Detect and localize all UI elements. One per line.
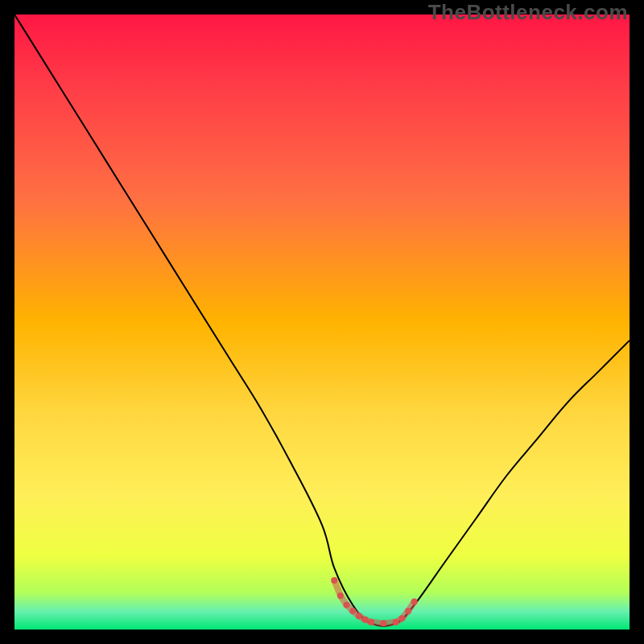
svg-point-8 xyxy=(393,619,399,625)
svg-point-0 xyxy=(331,577,337,584)
chart-svg xyxy=(14,14,630,630)
watermark-text: TheBottleneck.com xyxy=(428,0,628,25)
svg-point-9 xyxy=(398,615,405,621)
svg-point-4 xyxy=(356,613,362,619)
svg-point-2 xyxy=(344,601,350,608)
svg-point-1 xyxy=(337,592,344,599)
gradient-background xyxy=(14,14,630,630)
svg-point-7 xyxy=(380,620,386,626)
svg-point-3 xyxy=(349,608,356,614)
svg-point-6 xyxy=(368,619,374,625)
chart-plot-area xyxy=(14,14,630,630)
svg-point-11 xyxy=(411,599,418,605)
svg-point-5 xyxy=(361,617,368,623)
svg-point-10 xyxy=(405,608,411,614)
